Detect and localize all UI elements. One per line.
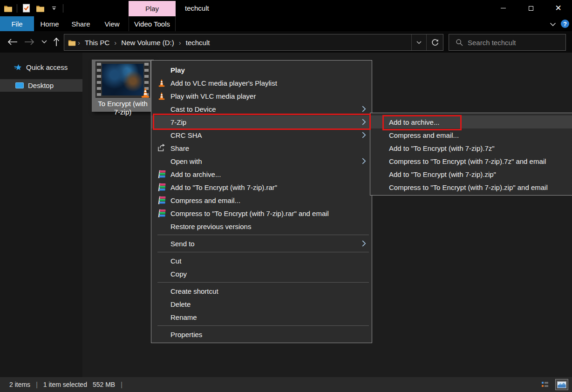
- share-icon: [157, 143, 166, 153]
- tab-video-tools[interactable]: Video Tools: [129, 16, 176, 31]
- item-count: 2 items: [0, 381, 30, 388]
- context-menu-item-share[interactable]: Share: [151, 142, 372, 155]
- menu-item-label: Play: [170, 66, 185, 74]
- sidebar-item-label: Quick access: [26, 63, 68, 71]
- context-menu-item-add-to-to-encrypt-with-7-zip-rar[interactable]: Add to "To Encrypt (with 7-zip).rar": [151, 181, 372, 194]
- menu-item-label: Restore previous versions: [170, 223, 251, 230]
- properties-check-icon[interactable]: [21, 3, 31, 14]
- submenu-arrow-icon: [362, 106, 366, 114]
- winrar-icon: [157, 182, 166, 192]
- 7zip-submenu: Add to archive...Compress and email...Ad…: [370, 113, 572, 196]
- sidebar-item-quick-access[interactable]: Quick access: [0, 61, 82, 74]
- tab-share[interactable]: Share: [65, 16, 96, 31]
- vlc-icon: [157, 78, 166, 88]
- forward-button[interactable]: [22, 31, 36, 53]
- help-icon[interactable]: ?: [561, 20, 569, 28]
- context-menu-item-restore-previous-versions[interactable]: Restore previous versions: [151, 220, 372, 233]
- window-title: techcult: [185, 0, 209, 16]
- context-menu-item-delete[interactable]: Delete: [151, 297, 372, 311]
- folder-icon[interactable]: [3, 3, 13, 14]
- new-folder-icon[interactable]: [35, 3, 45, 14]
- file-name-label: To Encrypt (with 7-zip): [94, 100, 152, 116]
- minimize-button[interactable]: [490, 0, 517, 16]
- menu-item-label: Open with: [170, 157, 202, 165]
- close-button[interactable]: ✕: [545, 0, 572, 16]
- context-menu-item-cut[interactable]: Cut: [151, 254, 372, 267]
- context-menu-item-add-to-archive[interactable]: Add to archive...: [151, 168, 372, 181]
- context-menu-item-play[interactable]: Play: [151, 63, 372, 76]
- menu-item-label: Compress and email...: [170, 196, 240, 204]
- context-menu-item-add-to-vlc-media-player-s-playlist[interactable]: Add to VLC media player's Playlist: [151, 76, 372, 89]
- submenu-item-add-to-to-encrypt-with-7-zip-zip[interactable]: Add to "To Encrypt (with 7-zip).zip": [370, 168, 572, 181]
- context-menu: PlayAdd to VLC media player's PlaylistPl…: [151, 60, 372, 343]
- recent-locations-chevron-icon[interactable]: [39, 31, 49, 53]
- menu-item-label: 7-Zip: [170, 118, 186, 126]
- quick-access-toolbar: [3, 0, 63, 16]
- submenu-item-add-to-archive[interactable]: Add to archive...: [370, 115, 572, 128]
- up-button[interactable]: [50, 31, 62, 53]
- details-view-button[interactable]: [538, 379, 552, 390]
- maximize-button[interactable]: [517, 0, 545, 16]
- back-button[interactable]: [6, 31, 20, 53]
- submenu-arrow-icon: [362, 158, 366, 166]
- selection-size: 552 MB: [87, 381, 115, 388]
- context-menu-item-properties[interactable]: Properties: [151, 328, 372, 341]
- menu-item-label: Cut: [170, 257, 181, 265]
- context-menu-item-compress-and-email[interactable]: Compress and email...: [151, 194, 372, 207]
- tab-play-contextual[interactable]: Play: [129, 1, 176, 16]
- submenu-item-compress-to-to-encrypt-with-7-zip-7z-and[interactable]: Compress to "To Encrypt (with 7-zip).7z"…: [370, 155, 572, 168]
- title-bar: Play techcult ✕: [0, 0, 572, 16]
- context-menu-item-compress-to-to-encrypt-with-7-zip-rar-an[interactable]: Compress to "To Encrypt (with 7-zip).rar…: [151, 207, 372, 220]
- large-icons-view-button[interactable]: [555, 379, 568, 390]
- maximize-icon: [529, 6, 533, 11]
- ribbon-tab-row: FileHomeShareView Video Tools ?: [0, 16, 572, 31]
- file-explorer-window: Play techcult ✕ FileHomeShareView Video …: [0, 0, 572, 392]
- address-bar[interactable]: ›This PC›New Volume (D:)›techcult: [64, 34, 443, 51]
- context-menu-item-7-zip[interactable]: 7-Zip: [151, 115, 372, 128]
- context-menu-item-copy[interactable]: Copy: [151, 267, 372, 280]
- breadcrumb-item-techcult[interactable]: techcult: [183, 39, 213, 47]
- winrar-icon: [157, 169, 166, 179]
- customize-qat-chevron-icon[interactable]: [49, 3, 59, 14]
- file-item-selected[interactable]: To Encrypt (with 7-zip): [92, 60, 154, 112]
- menu-item-label: Rename: [170, 313, 197, 321]
- context-menu-item-play-with-vlc-media-player[interactable]: Play with VLC media player: [151, 89, 372, 102]
- selection-count: 1 item selected: [43, 381, 87, 388]
- video-thumbnail: [95, 61, 150, 98]
- submenu-item-compress-to-to-encrypt-with-7-zip-zip-an[interactable]: Compress to "To Encrypt (with 7-zip).zip…: [370, 181, 572, 194]
- submenu-arrow-icon: [362, 240, 366, 248]
- quick-access-star-icon: [13, 64, 22, 71]
- sidebar-item-desktop[interactable]: Desktop: [0, 79, 82, 92]
- context-menu-item-crc-sha[interactable]: CRC SHA: [151, 128, 372, 142]
- context-menu-item-create-shortcut[interactable]: Create shortcut: [151, 284, 372, 297]
- tab-view[interactable]: View: [96, 16, 128, 31]
- winrar-icon: [157, 209, 166, 218]
- menu-item-label: Compress to "To Encrypt (with 7-zip).rar…: [170, 210, 329, 217]
- menu-item-label: Compress to "To Encrypt (with 7-zip).zip…: [389, 183, 548, 191]
- status-bar: 2 items | 1 item selected 552 MB |: [0, 377, 572, 392]
- menu-item-label: Add to "To Encrypt (with 7-zip).rar": [170, 183, 277, 191]
- search-icon: [456, 39, 463, 46]
- context-menu-item-send-to[interactable]: Send to: [151, 237, 372, 250]
- menu-item-label: Copy: [170, 270, 187, 278]
- breadcrumb-item-new-volume-d[interactable]: New Volume (D:): [118, 39, 177, 47]
- breadcrumb-chevron-icon[interactable]: ›: [178, 39, 182, 47]
- tab-home[interactable]: Home: [34, 16, 65, 31]
- breadcrumb-chevron-icon[interactable]: ›: [77, 39, 81, 47]
- breadcrumb-chevron-icon[interactable]: ›: [113, 39, 117, 47]
- breadcrumb-item-this-pc[interactable]: This PC: [82, 39, 112, 47]
- search-input[interactable]: Search techcult: [449, 34, 566, 51]
- ribbon-expand-chevron-icon[interactable]: [550, 20, 556, 28]
- refresh-button[interactable]: [426, 34, 443, 50]
- submenu-item-add-to-to-encrypt-with-7-zip-7z[interactable]: Add to "To Encrypt (with 7-zip).7z": [370, 142, 572, 155]
- menu-separator: [157, 325, 369, 326]
- submenu-item-compress-and-email[interactable]: Compress and email...: [370, 128, 572, 142]
- menu-item-label: Play with VLC media player: [170, 92, 256, 100]
- submenu-arrow-icon: [362, 132, 366, 140]
- context-menu-item-rename[interactable]: Rename: [151, 311, 372, 324]
- address-dropdown-chevron-icon[interactable]: [411, 34, 426, 50]
- context-menu-item-open-with[interactable]: Open with: [151, 155, 372, 168]
- tab-file[interactable]: File: [0, 16, 34, 31]
- search-placeholder: Search techcult: [468, 39, 516, 47]
- context-menu-item-cast-to-device[interactable]: Cast to Device: [151, 102, 372, 115]
